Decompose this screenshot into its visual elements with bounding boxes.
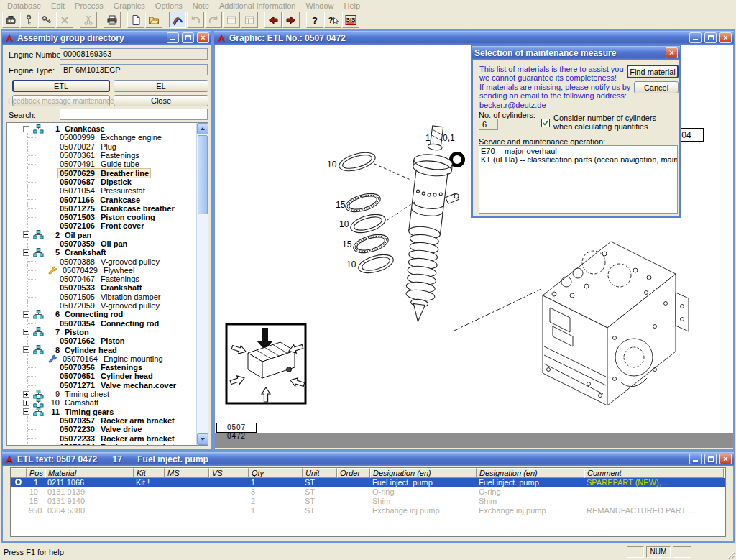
new-document-button[interactable]	[127, 12, 144, 28]
column-header-Material[interactable]: Material	[45, 468, 134, 478]
tree-item-05071505[interactable]: 05071505Vibration damper	[7, 293, 208, 301]
tree-item-05070356[interactable]: 05070356Fastenings	[7, 363, 208, 372]
column-header-MS[interactable]: MS	[165, 468, 209, 478]
open-folder-button[interactable]	[145, 12, 162, 28]
column-header-Kit[interactable]: Kit	[134, 468, 165, 478]
tree-item-05072106[interactable]: 05072106Front cover	[7, 221, 208, 230]
tree-item-05000999[interactable]: 05000999Exchange engine	[7, 133, 208, 142]
help-button[interactable]: ?	[306, 12, 323, 28]
tree-item-05070467[interactable]: 05070467Fastenings	[7, 275, 208, 283]
print-button[interactable]	[104, 12, 121, 28]
table-row-pos-950[interactable]: 9500304 53801STExchange inj.pumpExchange…	[11, 506, 725, 515]
minimize-button[interactable]	[167, 32, 179, 43]
tree-item-05070687[interactable]: 05070687Dipstick	[7, 178, 208, 186]
tree-item-05070491[interactable]: 05070491Guide tube	[7, 160, 208, 168]
maximize-button[interactable]	[704, 454, 717, 464]
cancel-button[interactable]: Cancel	[634, 81, 678, 93]
tree-group-7[interactable]: 7Piston	[7, 328, 208, 336]
engine-button[interactable]	[2, 12, 19, 28]
maximize-button[interactable]	[704, 32, 717, 43]
consider-cylinders-checkbox[interactable]	[541, 119, 550, 127]
tree-item-05070388[interactable]: 05070388V-grooved pulley	[7, 257, 208, 265]
close-assembly-button[interactable]: Close	[114, 95, 208, 106]
collapse-minus-icon[interactable]	[23, 346, 29, 353]
close-button[interactable]: ×	[719, 32, 732, 43]
tree-item-05071503[interactable]: 05071503Piston cooling	[7, 213, 208, 221]
tree-item-05070651[interactable]: 05070651Cylinder head	[7, 372, 208, 380]
tree-item-05070629[interactable]: 05070629Breather line	[7, 168, 208, 177]
service-operation-item[interactable]: KT (uFHa) -- classification parts (ocean…	[481, 155, 676, 164]
navigate-back-button[interactable]	[264, 12, 282, 28]
key-button[interactable]	[20, 12, 37, 28]
tree-item-05071054[interactable]: 05071054Pressurestat	[7, 186, 208, 195]
column-header-Qty[interactable]: Qty	[249, 468, 303, 478]
tree-item-05071166[interactable]: 05071166Crankcase	[7, 195, 208, 203]
tree-item-05070359[interactable]: 05070359Oil pan	[7, 239, 208, 248]
tree-item-05072230[interactable]: 05072230Valve drive	[7, 425, 208, 433]
table-row-pos-15[interactable]: 150131 91402STShimShim	[11, 497, 725, 506]
tree-group-1[interactable]: 1Crankcase	[7, 124, 208, 133]
close-button[interactable]: ×	[719, 454, 732, 464]
column-header-Pos[interactable]: Pos	[27, 468, 45, 478]
tree-group-11[interactable]: 11Timing gears	[7, 408, 208, 416]
minimize-button[interactable]	[689, 454, 702, 464]
column-header-Unit[interactable]: Unit	[303, 468, 337, 478]
sis-button[interactable]: SIS	[342, 12, 359, 28]
tree-group-9[interactable]: 9Timing chest	[7, 390, 208, 398]
expand-plus-icon[interactable]	[23, 400, 29, 406]
close-button[interactable]: ×	[197, 32, 209, 43]
maximize-button[interactable]	[182, 32, 194, 43]
column-header-Designation (en)[interactable]: Designation (en)	[477, 468, 584, 478]
scroll-down-icon[interactable]	[197, 433, 208, 445]
scroll-thumb[interactable]	[198, 135, 208, 214]
context-help-button[interactable]: ?	[324, 12, 341, 28]
find-material-button[interactable]: Find material	[627, 65, 678, 78]
search-input[interactable]	[60, 109, 208, 120]
tree-item-05071271[interactable]: 05071271Valve mechan.cover	[7, 381, 208, 390]
tree-item-05070429[interactable]: 05070429Flywheel	[7, 266, 208, 275]
tree-item-05072234[interactable]: 05072234Rocker arm bracket	[7, 443, 208, 446]
table-row-pos-10[interactable]: 100131 91393STO-ringO-ring	[11, 487, 725, 497]
table-row-pos-1[interactable]: 10211 1066Kit !1STFuel inject. pumpFuel …	[11, 478, 725, 487]
collapse-minus-icon[interactable]	[23, 329, 29, 335]
tree-item-05070164[interactable]: 05070164Engine mounting	[7, 354, 208, 363]
tree-item-05071662[interactable]: 05071662Piston	[7, 336, 208, 345]
tree-group-6[interactable]: 6Connecting rod	[7, 310, 208, 318]
cylinders-input[interactable]: 6	[479, 119, 498, 130]
tree-group-5[interactable]: 5Crankshaft	[7, 248, 208, 257]
tree-item-05072059[interactable]: 05072059V-grooved pulley	[7, 301, 208, 310]
tree-item-05070533[interactable]: 05070533Crankshaft	[7, 283, 208, 292]
tree-group-8[interactable]: 8Cylinder head	[7, 345, 208, 354]
tree-item-05070357[interactable]: 05070357Rocker arm bracket	[7, 416, 208, 425]
collapse-minus-icon[interactable]	[23, 408, 29, 415]
collapse-minus-icon[interactable]	[23, 311, 29, 318]
scroll-up-icon[interactable]	[197, 123, 208, 134]
tree-item-05072233[interactable]: 05072233Rocker arm bracket	[7, 433, 208, 442]
tree-item-05071275[interactable]: 05071275Crankcase breather	[7, 204, 208, 213]
column-header-Designation (en)[interactable]: Designation (en)	[370, 468, 477, 478]
tree-item-05070354[interactable]: 05070354Connecting rod	[7, 319, 208, 328]
column-header-VS[interactable]: VS	[209, 468, 249, 478]
key-tilted-button[interactable]	[38, 12, 55, 28]
column-header-icon[interactable]	[11, 468, 27, 478]
tree-group-10[interactable]: 10Camshaft	[7, 398, 208, 407]
collapse-minus-icon[interactable]	[23, 249, 29, 256]
el-button[interactable]: EL	[114, 80, 208, 92]
column-header-Comment[interactable]: Comment	[584, 468, 724, 478]
minimize-button[interactable]	[689, 32, 702, 43]
tree-item-05070027[interactable]: 05070027Plug	[7, 142, 208, 151]
tree-scrollbar[interactable]	[196, 123, 208, 445]
expand-plus-icon[interactable]	[23, 391, 29, 398]
resize-grip[interactable]	[725, 549, 735, 559]
status-message: Press F1 for help	[4, 548, 64, 556]
tree-group-2[interactable]: 2Oil pan	[7, 231, 208, 239]
graphic-mode-button[interactable]	[169, 12, 186, 28]
column-header-Order[interactable]: Order	[337, 468, 370, 478]
etl-button[interactable]: ETL	[12, 80, 110, 92]
dialog-close-button[interactable]: ×	[666, 47, 678, 58]
tree-item-05070361[interactable]: 05070361Fastenings	[7, 151, 208, 160]
collapse-minus-icon[interactable]	[23, 126, 29, 132]
navigate-forward-button[interactable]	[282, 12, 300, 28]
service-operation-item[interactable]: E70 -- major overhaul	[481, 147, 676, 155]
collapse-minus-icon[interactable]	[23, 231, 29, 238]
